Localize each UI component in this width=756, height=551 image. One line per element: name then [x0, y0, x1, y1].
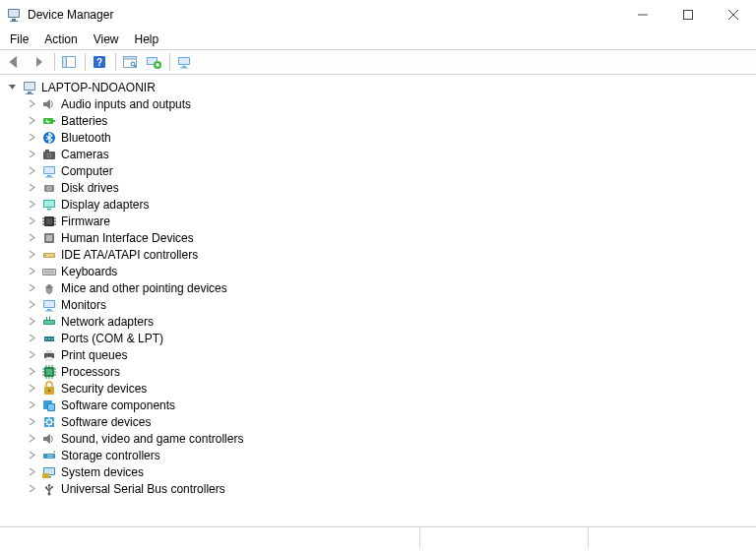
svg-rect-23 [182, 66, 186, 68]
toolbar-show-hide-tree-button[interactable] [58, 51, 80, 73]
software-dev-icon [41, 414, 57, 430]
tree-category-node[interactable]: Keyboards [22, 263, 750, 279]
svg-rect-28 [26, 93, 33, 94]
chevron-right-icon[interactable] [26, 149, 37, 160]
bluetooth-icon [41, 130, 57, 146]
tree-category-label: Mice and other pointing devices [61, 281, 227, 295]
monitor-icon [41, 297, 57, 313]
tree-category-node[interactable]: Security devices [22, 380, 750, 397]
menu-action[interactable]: Action [36, 31, 85, 47]
tree-category-node[interactable]: Storage controllers [22, 447, 750, 463]
tree-category-node[interactable]: Human Interface Devices [22, 229, 750, 246]
chevron-right-icon[interactable] [26, 349, 37, 361]
hid-icon [41, 230, 57, 246]
port-icon [41, 331, 57, 346]
tree-category-label: Batteries [61, 114, 107, 128]
chip-dark-icon [41, 214, 57, 229]
monitor-icon [41, 163, 57, 179]
chevron-right-icon[interactable] [26, 466, 37, 478]
svg-text:?: ? [96, 57, 102, 68]
tree-category-node[interactable]: Ports (COM & LPT) [22, 330, 750, 346]
tree-category-node[interactable]: Processors [22, 363, 750, 380]
system-icon [41, 464, 57, 480]
tree-category-label: Network adapters [61, 315, 154, 329]
toolbar-back-button[interactable] [4, 51, 26, 73]
toolbar-separator [115, 53, 116, 71]
tree-category-label: Ports (COM & LPT) [61, 332, 163, 345]
chevron-right-icon[interactable] [26, 416, 37, 428]
toolbar-add-legacy-button[interactable] [143, 51, 164, 73]
chevron-right-icon[interactable] [26, 282, 37, 294]
tree-category-node[interactable]: IDE ATA/ATAPI controllers [22, 246, 750, 263]
tree-category-label: Audio inputs and outputs [61, 97, 191, 111]
tree-category-label: IDE ATA/ATAPI controllers [61, 248, 198, 262]
tree-category-node[interactable]: System devices [22, 463, 750, 480]
tree-category-node[interactable]: Bluetooth [22, 129, 750, 146]
chevron-right-icon[interactable] [26, 450, 37, 461]
tree-category-node[interactable]: Display adapters [22, 196, 750, 213]
toolbar-forward-button[interactable] [28, 51, 49, 73]
minimize-button[interactable] [620, 0, 665, 30]
tree-category-node[interactable]: Firmware [22, 213, 750, 229]
chevron-right-icon[interactable] [26, 383, 37, 395]
toolbar-help-button[interactable]: ? [89, 51, 110, 73]
status-cell [588, 528, 756, 549]
menu-view[interactable]: View [86, 31, 127, 47]
tree-category-node[interactable]: Software components [22, 397, 750, 413]
chevron-right-icon[interactable] [26, 399, 37, 411]
chevron-right-icon[interactable] [26, 182, 37, 194]
tree-category-node[interactable]: Software devices [22, 413, 750, 430]
tree-category-node[interactable]: Sound, video and game controllers [22, 430, 750, 447]
tree-category-label: Storage controllers [61, 449, 160, 462]
tree-category-node[interactable]: Audio inputs and outputs [22, 95, 750, 112]
maximize-button[interactable] [665, 0, 711, 30]
menu-file[interactable]: File [2, 31, 36, 47]
toolbar-devices-button[interactable] [173, 51, 195, 73]
tree-category-node[interactable]: Network adapters [22, 313, 750, 330]
tree-category-label: Human Interface Devices [61, 231, 194, 245]
menu-help[interactable]: Help [127, 31, 167, 47]
tree-category-node[interactable]: Disk drives [22, 179, 750, 196]
close-button[interactable] [711, 0, 756, 30]
tree-root-label: LAPTOP-NDOAONIR [41, 81, 156, 94]
tree-root-node[interactable]: LAPTOP-NDOAONIR Audio inputs and outputs… [6, 79, 750, 497]
chevron-right-icon[interactable] [26, 433, 37, 445]
chevron-right-icon[interactable] [26, 299, 37, 311]
chevron-right-icon[interactable] [26, 333, 37, 344]
chevron-right-icon[interactable] [26, 232, 37, 244]
tree-category-node[interactable]: Universal Serial Bus controllers [22, 480, 750, 497]
chevron-right-icon[interactable] [26, 366, 37, 378]
chevron-right-icon[interactable] [26, 115, 37, 127]
disk-icon [41, 180, 57, 196]
titlebar: Device Manager [0, 0, 756, 30]
statusbar [0, 527, 756, 549]
keyboard-icon [41, 264, 57, 279]
chevron-right-icon[interactable] [26, 215, 37, 227]
chevron-right-icon[interactable] [26, 483, 37, 495]
tree-category-node[interactable]: Computer [22, 162, 750, 179]
chevron-right-icon[interactable] [26, 98, 37, 110]
tree-category-node[interactable]: Print queues [22, 346, 750, 363]
status-cell [419, 528, 588, 549]
tree-category-label: Disk drives [61, 181, 119, 195]
toolbar-separator [169, 53, 170, 71]
software-comp-icon [41, 398, 57, 413]
speaker-icon [41, 431, 57, 447]
chevron-right-icon[interactable] [26, 199, 37, 211]
chevron-down-icon[interactable] [6, 82, 18, 93]
chevron-right-icon[interactable] [26, 132, 37, 144]
tree-category-node[interactable]: Cameras [22, 146, 750, 162]
tree-category-node[interactable]: Monitors [22, 296, 750, 313]
tree-category-node[interactable]: Mice and other pointing devices [22, 279, 750, 296]
toolbar-scan-hardware-button[interactable] [119, 51, 141, 73]
chevron-right-icon[interactable] [26, 266, 37, 277]
status-cell [0, 528, 419, 549]
svg-line-15 [135, 66, 137, 68]
tree-category-label: Keyboards [61, 265, 117, 278]
tree-category-node[interactable]: Batteries [22, 112, 750, 129]
device-tree[interactable]: LAPTOP-NDOAONIR Audio inputs and outputs… [0, 75, 756, 527]
chevron-right-icon[interactable] [26, 316, 37, 328]
app-icon [6, 7, 22, 23]
chevron-right-icon[interactable] [26, 165, 37, 177]
chevron-right-icon[interactable] [26, 249, 37, 261]
